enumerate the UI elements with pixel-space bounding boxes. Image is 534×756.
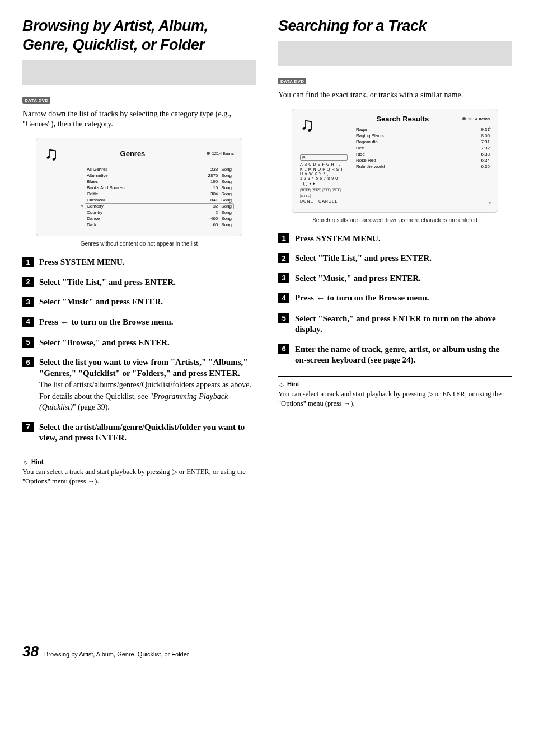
kb-spc-button[interactable]: SPC	[312, 188, 321, 192]
footer: 38 Browsing by Artist, Album, Genre, Qui…	[22, 643, 512, 660]
genre-row[interactable]: Blues195Song	[85, 179, 234, 185]
gray-bar	[22, 60, 256, 85]
search-result-row[interactable]: Rule the world6:35	[356, 163, 490, 170]
hint-text: You can select a track and start playbac…	[22, 467, 256, 486]
step-title: Press ← to turn on the Browse menu.	[295, 293, 512, 304]
step-number: 4	[22, 317, 34, 327]
genres-screenshot: ♫ Genres 1214 Items All Genres238SongAlt…	[36, 138, 242, 236]
step-number: 5	[278, 313, 289, 323]
search-result-row[interactable]: Ree7:32	[356, 145, 490, 151]
page-number: 38	[22, 643, 39, 660]
item-count: 1214 Items	[207, 151, 234, 156]
step: 4Press ← to turn on the Browse menu.	[278, 293, 512, 304]
search-result-row[interactable]: Raga9:31	[356, 126, 490, 133]
hint-text: You can select a track and start playbac…	[278, 389, 512, 408]
screenshot-title: Search Results	[350, 115, 455, 123]
step-title: Enter the name of track, genre, artist, …	[295, 344, 512, 366]
scroll-down-icon: ▾	[489, 200, 491, 205]
divider	[22, 454, 256, 454]
data-dvd-tag: DATA DVD	[278, 78, 306, 84]
step-title: Select "Music" and press ENTER.	[39, 297, 256, 308]
step-title: Select "Music," and press ENTER.	[295, 273, 512, 284]
step-number: 6	[22, 357, 34, 367]
step-number: 2	[22, 277, 34, 287]
genre-row[interactable]: Dance460Song	[85, 215, 234, 222]
intro-text: Narrow down the list of tracks by select…	[22, 109, 256, 130]
heading-searching: Searching for a Track	[278, 17, 512, 36]
divider	[278, 376, 512, 377]
step: 7Select the artist/album/genre/Quicklist…	[22, 422, 256, 444]
onscreen-keyboard: R A B C D E F G H I J K L M N O P Q R S …	[300, 154, 348, 204]
search-results-list: Raga9:31Raging Plants8:00Ragamufin7:31Re…	[356, 126, 490, 170]
step: 5Select "Browse," and press ENTER.	[22, 337, 256, 349]
search-result-row[interactable]: Raging Plants8:00	[356, 133, 490, 139]
genre-row[interactable]: Classical841Song	[85, 197, 234, 203]
step: 1Press SYSTEM MENU.	[278, 233, 512, 245]
step-title: Select "Title List," and press ENTER.	[295, 253, 512, 264]
footer-title: Browsing by Artist, Album, Genre, Quickl…	[44, 651, 189, 658]
intro-text: You can find the exact track, or tracks …	[278, 90, 512, 101]
step-title: Select "Title List," and press ENTER.	[39, 277, 256, 288]
gray-bar	[278, 41, 512, 66]
step-number: 1	[22, 257, 34, 267]
heading-browsing: Browsing by Artist, Album, Genre, Quickl…	[22, 17, 256, 55]
step: 3Select "Music" and press ENTER.	[22, 297, 256, 308]
step: 6Enter the name of track, genre, artist,…	[278, 344, 512, 366]
hint-heading: Hint	[22, 458, 256, 466]
kb-sybl-button[interactable]: SYBL	[300, 194, 311, 198]
step-title: Press SYSTEM MENU.	[295, 233, 512, 245]
step-title: Select "Search," and press ENTER to turn…	[295, 313, 512, 335]
cancel-button[interactable]: CANCEL	[318, 199, 338, 203]
genre-row[interactable]: Alternative2876Song	[85, 172, 234, 179]
step-note: The list of artists/albums/genres/Quickl…	[39, 380, 256, 391]
search-result-row[interactable]: Rose Red6:34	[356, 157, 490, 163]
kb-del-button[interactable]: DEL	[322, 188, 331, 192]
step: 5Select "Search," and press ENTER to tur…	[278, 313, 512, 335]
scroll-up-icon: ▴	[489, 125, 491, 130]
step-number: 6	[278, 344, 289, 354]
kb-clr-button[interactable]: CLR	[332, 188, 341, 192]
genre-list: All Genres238SongAlternative2876SongBlue…	[85, 166, 234, 228]
search-result-row[interactable]: Ragamufin7:31	[356, 139, 490, 145]
step: 4Press ← to turn on the Browse menu.	[22, 317, 256, 328]
genre-row[interactable]: Dark60Song	[85, 222, 234, 228]
step: 2Select "Title List," and press ENTER.	[278, 253, 512, 264]
genre-row[interactable]: Country2Song	[85, 209, 234, 215]
step-title: Select the list you want to view from "A…	[39, 357, 256, 379]
step-number: 1	[278, 233, 289, 243]
step-number: 7	[22, 422, 34, 432]
step: 1Press SYSTEM MENU.	[22, 257, 256, 268]
search-screenshot: ♫ Search Results 1214 Items ▴ R A B C D …	[292, 109, 498, 213]
genre-row[interactable]: Books And Spoken16Song	[85, 185, 234, 191]
search-input-box[interactable]: R	[300, 154, 348, 161]
step-number: 4	[278, 293, 289, 303]
data-dvd-tag: DATA DVD	[22, 97, 50, 104]
genre-row[interactable]: Comedy32Song	[85, 203, 234, 209]
step-note: For details about the Quicklist, see "Pr…	[39, 392, 256, 413]
right-column: Searching for a Track DATA DVD You can f…	[278, 17, 512, 486]
genre-row[interactable]: Celtic304Song	[85, 191, 234, 197]
step-number: 5	[22, 337, 34, 348]
step-number: 3	[22, 297, 34, 307]
genres-caption: Genres without content do not appear in …	[22, 241, 256, 247]
step: 6Select the list you want to view from "…	[22, 357, 256, 413]
step: 3Select "Music," and press ENTER.	[278, 273, 512, 284]
genre-row[interactable]: All Genres238Song	[85, 166, 234, 172]
search-result-row[interactable]: Rise6:33	[356, 151, 490, 157]
kb-shft-button[interactable]: SHFT	[300, 188, 311, 192]
step-number: 3	[278, 273, 289, 283]
step-title: Press SYSTEM MENU.	[39, 257, 256, 268]
search-caption: Search results are narrowed down as more…	[278, 217, 512, 223]
right-steps: 1Press SYSTEM MENU.2Select "Title List,"…	[278, 233, 512, 366]
left-steps: 1Press SYSTEM MENU.2Select "Title List,"…	[22, 257, 256, 443]
step-title: Select the artist/album/genre/Quicklist/…	[39, 422, 256, 444]
step-title: Select "Browse," and press ENTER.	[39, 337, 256, 349]
step: 2Select "Title List," and press ENTER.	[22, 277, 256, 288]
step-number: 2	[278, 253, 289, 263]
done-button[interactable]: DONE	[300, 199, 313, 203]
music-icon: ♫	[300, 115, 315, 134]
music-icon: ♫	[44, 144, 59, 163]
item-count: 1214 Items	[462, 116, 490, 121]
left-column: Browsing by Artist, Album, Genre, Quickl…	[22, 17, 256, 486]
hint-heading: Hint	[278, 380, 512, 388]
